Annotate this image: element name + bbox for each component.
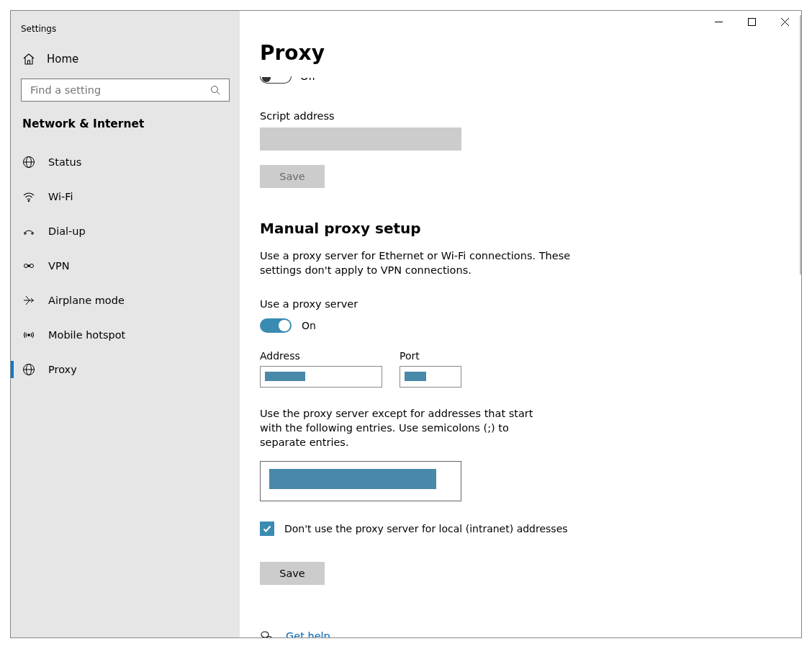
svg-rect-17 [748,18,755,25]
svg-line-1 [217,92,220,95]
sidebar: Settings Home Network & Internet [11,11,240,637]
bypass-desc: Use the proxy server except for addresse… [260,406,548,450]
sidebar-item-label: Status [48,156,81,168]
proxy-port-input[interactable] [400,366,461,388]
search-input[interactable] [21,79,230,102]
save-script-button: Save [260,165,325,188]
settings-window: Settings Home Network & Internet [10,10,802,638]
main-content: Proxy Off Script address Save Manual pro… [240,11,801,637]
use-setup-script-toggle-partial[interactable]: Off [260,76,787,90]
dialup-icon [22,225,35,238]
local-bypass-checkbox[interactable] [260,522,274,536]
sidebar-item-label: Dial-up [48,225,86,237]
window-controls [702,11,801,32]
search-field[interactable] [29,84,209,97]
help-icon [260,630,273,637]
wifi-icon [22,190,35,203]
use-proxy-label: Use a proxy server [260,298,787,310]
toggle-on-label: On [302,320,316,331]
sidebar-item-status[interactable]: Status [11,145,240,179]
window-title: Settings [11,17,240,38]
sidebar-item-vpn[interactable]: VPN [11,249,240,283]
sidebar-item-label: Proxy [48,364,77,375]
proxy-address-input[interactable] [260,366,382,388]
svg-point-5 [28,200,30,202]
maximize-button[interactable] [735,11,768,32]
svg-point-6 [24,233,27,235]
script-address-input [260,127,461,151]
sidebar-item-label: VPN [48,260,70,272]
sidebar-item-dialup[interactable]: Dial-up [11,214,240,249]
svg-point-7 [32,233,34,235]
sidebar-item-label: Airplane mode [48,295,125,306]
local-bypass-label: Don't use the proxy server for local (in… [284,523,568,534]
get-help-link[interactable]: Get help [286,630,330,637]
home-icon [22,53,35,66]
sidebar-item-airplane[interactable]: Airplane mode [11,283,240,318]
save-proxy-button[interactable]: Save [260,562,325,585]
vpn-icon [22,259,35,272]
port-label: Port [400,350,461,362]
airplane-icon [22,294,35,307]
svg-point-8 [24,264,28,268]
close-button[interactable] [768,11,801,32]
sidebar-item-proxy[interactable]: Proxy [11,352,240,387]
page-scroll-area[interactable]: Off Script address Save Manual proxy set… [240,76,801,637]
sidebar-item-label: Mobile hotspot [48,329,125,341]
sidebar-section-title: Network & Internet [11,102,240,138]
globe-wire-icon [22,363,35,376]
svg-point-9 [30,264,34,268]
sidebar-item-label: Wi-Fi [48,191,73,202]
hotspot-icon [22,328,35,341]
sidebar-nav-list: Status Wi-Fi Dial-up [11,145,240,387]
minimize-button[interactable] [702,11,735,32]
nav-home-label: Home [47,53,78,66]
scrollbar[interactable] [800,15,801,274]
svg-point-12 [28,334,30,336]
svg-rect-11 [28,265,30,267]
manual-proxy-heading: Manual proxy setup [260,220,787,237]
proxy-bypass-input[interactable] [260,461,461,501]
toggle-off-label: Off [300,76,315,82]
manual-proxy-desc: Use a proxy server for Ethernet or Wi-Fi… [260,249,584,278]
script-address-label: Script address [260,110,787,122]
search-icon [209,84,222,97]
globe-wire-icon [22,156,35,169]
nav-home[interactable]: Home [11,45,240,73]
address-label: Address [260,350,382,362]
page-title: Proxy [260,41,325,69]
sidebar-item-wifi[interactable]: Wi-Fi [11,179,240,214]
svg-point-0 [212,86,218,93]
sidebar-item-hotspot[interactable]: Mobile hotspot [11,318,240,352]
use-proxy-toggle[interactable] [260,318,292,333]
svg-point-20 [261,632,269,637]
